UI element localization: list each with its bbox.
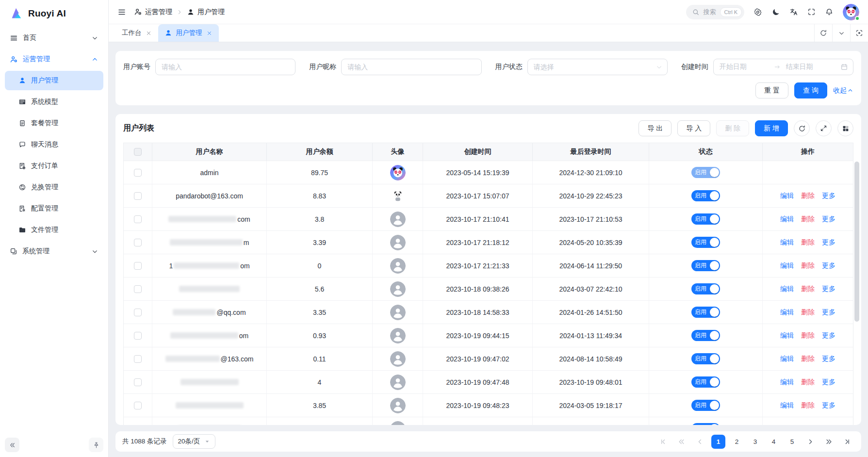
- jump-forward-button[interactable]: [822, 435, 836, 449]
- logo[interactable]: Ruoyi AI: [0, 0, 108, 27]
- edit-link[interactable]: 编辑: [780, 215, 794, 224]
- status-toggle[interactable]: 启用: [691, 307, 720, 318]
- page-button-3[interactable]: 3: [748, 435, 762, 449]
- status-toggle[interactable]: 启用: [691, 283, 720, 294]
- more-link[interactable]: 更多: [822, 424, 835, 425]
- edit-link[interactable]: 编辑: [780, 238, 794, 247]
- row-checkbox[interactable]: [134, 192, 142, 200]
- status-toggle[interactable]: 启用: [691, 167, 720, 178]
- sidebar-subitem[interactable]: 用户管理: [5, 71, 103, 90]
- reset-button[interactable]: 重 置: [755, 82, 788, 98]
- more-link[interactable]: 更多: [822, 215, 835, 224]
- delete-link[interactable]: 删除: [801, 331, 815, 340]
- status-toggle[interactable]: 启用: [691, 423, 720, 425]
- dark-mode-button[interactable]: [771, 8, 780, 16]
- delete-button[interactable]: 删 除: [716, 120, 749, 136]
- sidebar-subitem[interactable]: 配置管理: [5, 199, 103, 218]
- delete-link[interactable]: 删除: [801, 261, 815, 270]
- user-avatar-button[interactable]: [843, 4, 859, 20]
- column-settings-button[interactable]: [837, 120, 853, 136]
- page-size-select[interactable]: 20条/页: [173, 434, 216, 449]
- more-link[interactable]: 更多: [822, 378, 835, 387]
- delete-link[interactable]: 删除: [801, 308, 815, 317]
- row-checkbox[interactable]: [134, 378, 142, 386]
- page-button-2[interactable]: 2: [730, 435, 744, 449]
- edit-link[interactable]: 编辑: [780, 285, 794, 294]
- status-select[interactable]: [527, 59, 668, 75]
- delete-link[interactable]: 删除: [801, 192, 815, 200]
- sidebar-subitem[interactable]: 套餐管理: [5, 114, 103, 133]
- tab-menu-button[interactable]: [832, 24, 850, 42]
- import-button[interactable]: 导 入: [677, 120, 710, 136]
- status-toggle[interactable]: 启用: [691, 213, 720, 225]
- collapse-sidebar-button[interactable]: [5, 438, 19, 452]
- collapse-filters-button[interactable]: 收起: [833, 86, 853, 95]
- tab-workbench[interactable]: 工作台: [115, 24, 158, 42]
- global-search-button[interactable]: 搜索 Ctrl K: [686, 5, 745, 19]
- more-link[interactable]: 更多: [822, 192, 835, 200]
- status-toggle[interactable]: 启用: [691, 353, 720, 364]
- export-button[interactable]: 导 出: [639, 120, 671, 136]
- toggle-sidebar-button[interactable]: [117, 8, 126, 16]
- refresh-page-button[interactable]: [814, 24, 832, 42]
- sidebar-subitem[interactable]: 文件管理: [5, 220, 103, 240]
- language-button[interactable]: [789, 8, 798, 16]
- edit-link[interactable]: 编辑: [780, 424, 794, 425]
- delete-link[interactable]: 删除: [801, 378, 815, 387]
- delete-link[interactable]: 删除: [801, 424, 815, 425]
- more-link[interactable]: 更多: [822, 285, 835, 294]
- sidebar-item[interactable]: 运营管理: [5, 49, 103, 69]
- content-fullscreen-button[interactable]: [850, 24, 868, 42]
- sidebar-subitem[interactable]: 聊天消息: [5, 135, 103, 154]
- edit-link[interactable]: 编辑: [780, 331, 794, 340]
- breadcrumb-user-management[interactable]: 用户管理: [187, 8, 225, 16]
- more-link[interactable]: 更多: [822, 331, 835, 340]
- delete-link[interactable]: 删除: [801, 401, 815, 410]
- expand-table-button[interactable]: [816, 120, 832, 136]
- select-all-checkbox[interactable]: [134, 148, 142, 156]
- edit-link[interactable]: 编辑: [780, 378, 794, 387]
- sidebar-subitem[interactable]: 支付订单: [5, 156, 103, 176]
- query-button[interactable]: 查 询: [794, 82, 827, 98]
- status-toggle[interactable]: 启用: [691, 330, 720, 341]
- sidebar-item[interactable]: 系统管理: [5, 242, 103, 261]
- refresh-table-button[interactable]: [794, 120, 810, 136]
- status-toggle[interactable]: 启用: [691, 190, 720, 201]
- delete-link[interactable]: 删除: [801, 355, 815, 363]
- row-checkbox[interactable]: [134, 239, 142, 246]
- edit-link[interactable]: 编辑: [780, 261, 794, 270]
- status-toggle[interactable]: 启用: [691, 376, 720, 388]
- first-page-button[interactable]: [656, 435, 670, 449]
- row-checkbox[interactable]: [134, 355, 142, 363]
- delete-link[interactable]: 删除: [801, 285, 815, 294]
- row-checkbox[interactable]: [134, 169, 142, 177]
- date-range-picker[interactable]: 开始日期 结束日期: [713, 59, 853, 75]
- sidebar-subitem[interactable]: 系统模型: [5, 92, 103, 112]
- add-button[interactable]: 新 增: [755, 120, 788, 136]
- previous-page-button[interactable]: [693, 435, 707, 449]
- fullscreen-button[interactable]: [807, 8, 816, 16]
- more-link[interactable]: 更多: [822, 261, 835, 270]
- status-toggle[interactable]: 启用: [691, 237, 720, 248]
- row-checkbox[interactable]: [134, 425, 142, 425]
- row-checkbox[interactable]: [134, 402, 142, 409]
- edit-link[interactable]: 编辑: [780, 308, 794, 317]
- status-toggle[interactable]: 启用: [691, 400, 720, 411]
- row-checkbox[interactable]: [134, 332, 142, 340]
- last-page-button[interactable]: [840, 435, 854, 449]
- row-checkbox[interactable]: [134, 309, 142, 316]
- delete-link[interactable]: 删除: [801, 238, 815, 247]
- breadcrumb-operations[interactable]: 运营管理: [134, 8, 172, 16]
- tab-user-management[interactable]: 用户管理: [158, 24, 219, 42]
- row-checkbox[interactable]: [134, 262, 142, 270]
- close-icon[interactable]: [146, 30, 152, 36]
- page-button-4[interactable]: 4: [767, 435, 781, 449]
- pin-sidebar-button[interactable]: [89, 438, 103, 452]
- close-icon[interactable]: [206, 30, 213, 36]
- status-toggle[interactable]: 启用: [691, 260, 720, 271]
- sidebar-subitem[interactable]: 兑换管理: [5, 178, 103, 197]
- account-input[interactable]: [155, 59, 295, 75]
- edit-link[interactable]: 编辑: [780, 355, 794, 363]
- edit-link[interactable]: 编辑: [780, 192, 794, 200]
- more-link[interactable]: 更多: [822, 401, 835, 410]
